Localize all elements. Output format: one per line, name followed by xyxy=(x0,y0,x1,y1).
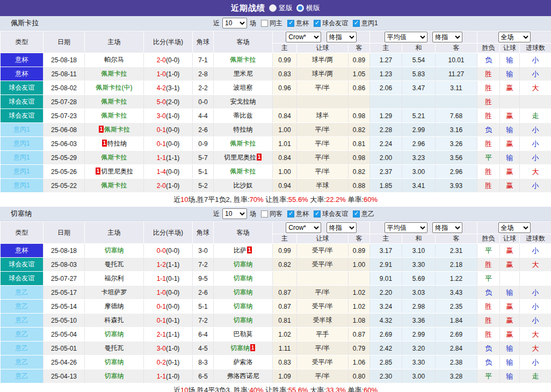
avg-home-cell xyxy=(370,95,402,109)
final-avg-select[interactable]: 终指 xyxy=(432,32,462,42)
fulltime-score: 2-0 xyxy=(157,56,166,64)
away-team-cell: 比沙奴 xyxy=(214,179,273,193)
goals-result-cell: 小 xyxy=(520,67,551,81)
away-team-name: 切塞纳 xyxy=(234,274,253,282)
layout-option-horizontal[interactable]: 横版 xyxy=(296,3,320,13)
sub-result: 胜负 xyxy=(477,43,500,53)
recent-count-select[interactable]: 10 xyxy=(222,18,247,28)
league-type-cell: 意乙 xyxy=(1,328,44,342)
score-cell: 0-1(0-1) xyxy=(144,314,193,328)
match-row: 意丙125-06-031特拉纳0-1(0-0)0-9佩斯卡拉1.01平/半0.8… xyxy=(1,137,551,151)
match-date: 25-05-14 xyxy=(44,300,85,314)
radio-unselected-icon[interactable] xyxy=(296,4,304,12)
halftime-score: (0-0) xyxy=(166,168,179,176)
avg-home-cell: 4.32 xyxy=(370,314,402,328)
score-cell: 1-4(0-0) xyxy=(144,165,193,179)
league-checkbox-cup[interactable] xyxy=(287,20,294,27)
result-cell: 负 xyxy=(477,342,500,355)
home-odds-cell: 0.99 xyxy=(273,53,297,67)
avg-home-cell: 2.00 xyxy=(370,151,402,165)
scope-select[interactable]: 全场 xyxy=(498,222,531,233)
home-team-name: 曼托瓦 xyxy=(105,260,124,268)
league-checkbox-cup[interactable] xyxy=(287,210,294,217)
goals-result-cell: 大 xyxy=(520,165,551,179)
result-cell: 胜 xyxy=(477,81,500,95)
result-cell: 平 xyxy=(477,244,500,258)
fulltime-score: 0-1 xyxy=(157,317,166,324)
halftime-score: (1-1) xyxy=(166,261,179,268)
handicap-cell: 平/半 xyxy=(297,123,349,137)
col-score: 比分(半场) xyxy=(144,31,193,53)
avg-draw-cell: 3.00 xyxy=(402,369,436,383)
league-label-cup: 意杯 xyxy=(296,209,309,219)
goals-result-cell: 小 xyxy=(520,179,551,193)
final-odds-select[interactable]: 终指 xyxy=(327,32,357,42)
league-checkbox-serie-c[interactable] xyxy=(353,20,360,27)
avg-home-cell: 2.30 xyxy=(370,369,402,383)
league-type-cell: 意乙 xyxy=(1,355,44,369)
layout-option-vertical[interactable]: 竖版 xyxy=(269,3,293,13)
home-team-cell: 摩德纳 xyxy=(85,300,144,314)
goals-result-cell: 小 xyxy=(520,244,551,258)
radio-selected-icon[interactable] xyxy=(269,4,277,12)
league-type-cell: 球会友谊 xyxy=(1,95,44,109)
away-odds-cell: 1.06 xyxy=(349,355,370,369)
home-team-cell: 卡坦萨罗 xyxy=(85,286,144,300)
match-row: 球会友谊25-07-27福尔利1-1(0-1)9-5切塞纳9.015.691.2… xyxy=(1,272,551,286)
corner-cell: 2-8 xyxy=(193,67,214,81)
match-date: 25-05-22 xyxy=(44,179,85,193)
goals-result-cell: 小 xyxy=(520,123,551,137)
avg-away-cell: 2.96 xyxy=(436,165,477,179)
handicap-result-cell: 输 xyxy=(500,53,520,67)
halftime-score: (0-0) xyxy=(166,56,179,64)
league-checkbox-serie-b[interactable] xyxy=(353,210,360,217)
away-team-name: 波坦察 xyxy=(234,84,253,91)
handicap-cell: 半球 xyxy=(297,179,349,193)
goals-result-cell xyxy=(520,95,551,109)
scope-select[interactable]: 全场 xyxy=(498,32,531,42)
match-date: 25-05-17 xyxy=(44,286,85,300)
score-cell: 5-0(2-0) xyxy=(144,95,193,109)
handicap-cell: 球半 xyxy=(297,109,349,123)
match-date: 25-08-18 xyxy=(44,244,85,258)
avg-draw-cell: 5.21 xyxy=(402,109,436,123)
score-cell: 0-0(0-0) xyxy=(144,244,193,258)
same-away-checkbox[interactable] xyxy=(261,210,268,217)
home-odds-cell xyxy=(273,95,297,109)
home-team-name: 佩斯卡拉 xyxy=(102,154,127,161)
average-select[interactable]: 平均值 xyxy=(385,32,427,42)
corner-cell: 5-1 xyxy=(193,300,214,314)
rank-badge: 1 xyxy=(257,154,262,161)
handicap-result-cell: 赢 xyxy=(500,328,520,342)
final-odds-select[interactable]: 终指 xyxy=(327,222,357,233)
away-team-name: 佩斯卡拉 xyxy=(230,56,256,63)
summary-segment: 大率: xyxy=(308,195,326,204)
bookmaker-select[interactable]: Crow* xyxy=(286,222,321,233)
away-team-name: 切塞纳 xyxy=(234,302,253,310)
result-cell: 胜 xyxy=(477,165,500,179)
match-date: 25-04-13 xyxy=(44,369,85,383)
sub-goals: 进球数 xyxy=(520,43,551,53)
league-checkbox-friendly[interactable] xyxy=(314,210,321,217)
average-select[interactable]: 平均值 xyxy=(385,222,427,233)
home-team-name: 卡坦萨罗 xyxy=(102,288,127,296)
away-team-cell: 安戈拉纳 xyxy=(214,95,273,109)
final-avg-select[interactable]: 终指 xyxy=(432,222,462,233)
home-odds-cell: 0.87 xyxy=(273,300,297,314)
away-team-name: 佩斯卡拉 xyxy=(230,168,256,175)
league-checkbox-friendly[interactable] xyxy=(314,20,321,27)
avg-home-cell: 3.24 xyxy=(370,300,402,314)
bookmaker-select[interactable]: Crow* xyxy=(286,32,321,42)
recent-count-select[interactable]: 10 xyxy=(222,208,247,219)
away-team-name: 比萨 xyxy=(234,246,247,254)
result-cell: 胜 xyxy=(477,109,500,123)
same-home-checkbox[interactable] xyxy=(261,20,268,27)
avg-away-cell xyxy=(436,95,477,109)
home-odds-cell: 0.84 xyxy=(273,109,297,123)
avg-home-cell: 2.69 xyxy=(370,328,402,342)
sub-handicap-result: 让球 xyxy=(500,234,520,244)
away-team-cell: 切塞纳1 xyxy=(214,342,273,355)
handicap-result-cell: 输 xyxy=(500,286,520,300)
avg-away-cell: 2.31 xyxy=(436,244,477,258)
rank-badge: 1 xyxy=(99,126,104,133)
